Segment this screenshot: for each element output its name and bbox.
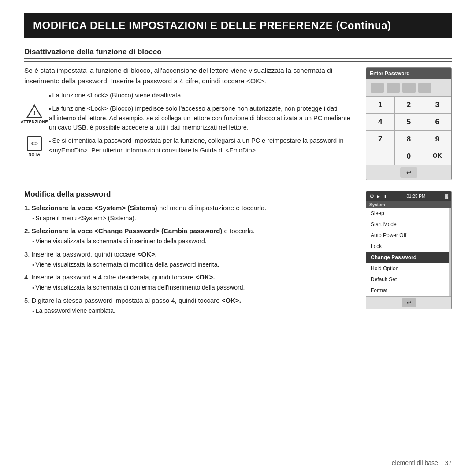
key-back[interactable]: ← <box>366 148 394 165</box>
key-1[interactable]: 1 <box>366 97 394 113</box>
item5-normal: Digitare la stessa password impostata al… <box>32 297 222 304</box>
footer-text: elementi dil base _ 37 <box>392 459 452 466</box>
keypad-grid: 1 2 3 4 5 6 7 8 9 ← 0 OK <box>366 96 451 165</box>
warning-icon: ! <box>26 104 43 119</box>
bullet2-row: ! ATTENZIONE La funzione <Lock> (Blocco)… <box>24 104 357 133</box>
section1-bullet1: La funzione <Lock> (Blocco) viene disatt… <box>49 91 182 100</box>
section1-layout: Se è stata impostata la funzione di bloc… <box>24 65 452 180</box>
keypad-display <box>366 79 451 96</box>
system-back-row: ↩ <box>366 296 451 309</box>
keypad-back-row: ↩ <box>366 165 451 180</box>
system-status-bar: ⚙ ▶ ⏸ 01:25 PM ▓ <box>366 191 451 201</box>
item3-normal: Inserire la password, quindi toccare <box>32 250 138 258</box>
key-4[interactable]: 4 <box>366 114 394 130</box>
bullet1-row: La funzione <Lock> (Blocco) viene disatt… <box>24 91 357 100</box>
key-5[interactable]: 5 <box>395 114 423 130</box>
system-menu-ui: ⚙ ▶ ⏸ 01:25 PM ▓ System Sleep Start Mode… <box>366 191 452 309</box>
item2-bold: Selezionare la voce <Change Password> (C… <box>32 227 223 234</box>
page-header: MODIFICA DELLE IMPOSTAZIONI E DELLE PREF… <box>24 13 452 38</box>
section2-text: Modifica della password 1. Selezionare l… <box>24 190 357 319</box>
keypad-cell-3 <box>402 83 416 93</box>
system-menu-row: Sleep Start Mode Auto Power Off Lock Cha… <box>366 208 451 296</box>
gear-icon: ⚙ <box>369 193 375 200</box>
item1-normal: nel menu di impostazione e toccarla. <box>157 204 267 212</box>
keypad-cell-1 <box>371 83 384 93</box>
numbered-item-4: 4. Inserire la password a 4 cifre deside… <box>24 272 357 292</box>
item3-bold: <OK>. <box>138 250 157 258</box>
item5-number: 5. <box>24 297 32 304</box>
page-title: MODIFICA DELLE IMPOSTAZIONI E DELLE PREF… <box>33 19 391 31</box>
item4-number: 4. <box>24 273 32 281</box>
warning-icon-box: ! ATTENZIONE <box>24 104 45 124</box>
key-7[interactable]: 7 <box>366 131 394 148</box>
section1-bullet3: Se si dimentica la password impostata pe… <box>49 136 357 156</box>
keypad-back-button[interactable]: ↩ <box>400 167 417 178</box>
item3-sub: Viene visualizzata la schermata di modif… <box>24 260 357 269</box>
keypad-cell-2 <box>387 83 400 93</box>
keypad-ui: Enter Password 1 2 3 4 5 6 7 8 9 <box>366 67 452 180</box>
key-9[interactable]: 9 <box>423 131 451 148</box>
item5-sub: La password viene cambiata. <box>24 306 357 315</box>
system-menu-title: System <box>366 201 451 208</box>
item4-header: 4. Inserire la password a 4 cifre deside… <box>24 272 357 282</box>
warning-label: ATTENZIONE <box>21 119 48 124</box>
section1: Disattivazione della funzione di blocco … <box>24 48 452 180</box>
section1-bullet2: La funzione <Lock> (Blocco) impedisce so… <box>49 104 357 133</box>
page: MODIFICA DELLE IMPOSTAZIONI E DELLE PREF… <box>0 0 476 476</box>
section2-title: Modifica della password <box>24 190 357 199</box>
section1-intro: Se è stata impostata la funzione di bloc… <box>24 65 357 86</box>
item3-number: 3. <box>24 250 32 258</box>
bullet3-row: ✏ NOTA Se si dimentica la password impos… <box>24 136 357 156</box>
key-0[interactable]: 0 <box>395 148 423 165</box>
item4-bold: <OK>. <box>196 273 215 281</box>
menu-item-sleep[interactable]: Sleep <box>366 208 449 219</box>
section1-text: Se è stata impostata la funzione di bloc… <box>24 65 357 180</box>
item3-header: 3. Inserire la password, quindi toccare … <box>24 249 357 259</box>
item1-number: 1. <box>24 204 32 212</box>
system-back-button[interactable]: ↩ <box>402 298 416 307</box>
item1-bold: Selezionare la voce <System> (Sistema) <box>32 204 157 212</box>
note-label: NOTA <box>29 152 41 156</box>
item5-header: 5. Digitare la stessa password impostata… <box>24 296 357 305</box>
item1-sub: Si apre il menu <System> (Sistema). <box>24 214 357 223</box>
item5-bold: <OK>. <box>222 297 241 304</box>
footer: elementi dil base _ 37 <box>392 459 452 466</box>
item2-header: 2. Selezionare la voce <Change Password>… <box>24 226 357 235</box>
menu-item-holdoption[interactable]: Hold Option <box>366 263 449 274</box>
item1-header: 1. Selezionare la voce <System> (Sistema… <box>24 203 357 212</box>
status-left: ⚙ ▶ ⏸ <box>369 193 387 200</box>
scrollbar[interactable] <box>449 208 451 296</box>
item4-normal: Inserire la password a 4 cifre desiderat… <box>32 273 196 281</box>
numbered-item-5: 5. Digitare la stessa password impostata… <box>24 296 357 315</box>
item2-normal: e toccarla. <box>222 227 254 234</box>
key-8[interactable]: 8 <box>395 131 423 148</box>
numbered-item-1: 1. Selezionare la voce <System> (Sistema… <box>24 203 357 223</box>
note-icon: ✏ <box>27 136 42 151</box>
item2-sub: Viene visualizzata la schermata di inser… <box>24 237 357 245</box>
menu-item-changepassword[interactable]: Change Password <box>366 252 449 263</box>
key-6[interactable]: 6 <box>423 114 451 130</box>
status-time: 01:25 PM <box>406 194 425 199</box>
menu-item-format[interactable]: Format <box>366 285 449 296</box>
menu-item-lock[interactable]: Lock <box>366 241 449 252</box>
key-2[interactable]: 2 <box>395 97 423 113</box>
key-ok[interactable]: OK <box>423 148 451 165</box>
system-menu-items: Sleep Start Mode Auto Power Off Lock Cha… <box>366 208 449 296</box>
item2-number: 2. <box>24 227 32 234</box>
key-3[interactable]: 3 <box>423 97 451 113</box>
menu-item-autopoweroff[interactable]: Auto Power Off <box>366 230 449 241</box>
keypad-header: Enter Password <box>366 68 451 79</box>
item4-sub: Viene visualizzata la schermata di confe… <box>24 283 357 292</box>
pause-icon: ⏸ <box>383 194 387 199</box>
note-icon-box: ✏ NOTA <box>24 136 45 156</box>
menu-item-defaultset[interactable]: Default Set <box>366 274 449 285</box>
section1-title: Disattivazione della funzione di blocco <box>24 48 452 59</box>
keypad-cell-4 <box>418 83 431 93</box>
section2: Modifica della password 1. Selezionare l… <box>24 190 452 319</box>
numbered-item-3: 3. Inserire la password, quindi toccare … <box>24 249 357 269</box>
svg-text:!: ! <box>33 109 35 116</box>
numbered-item-2: 2. Selezionare la voce <Change Password>… <box>24 226 357 245</box>
battery-icon: ▓ <box>445 194 448 199</box>
play-icon: ▶ <box>377 194 380 199</box>
menu-item-startmode[interactable]: Start Mode <box>366 219 449 230</box>
